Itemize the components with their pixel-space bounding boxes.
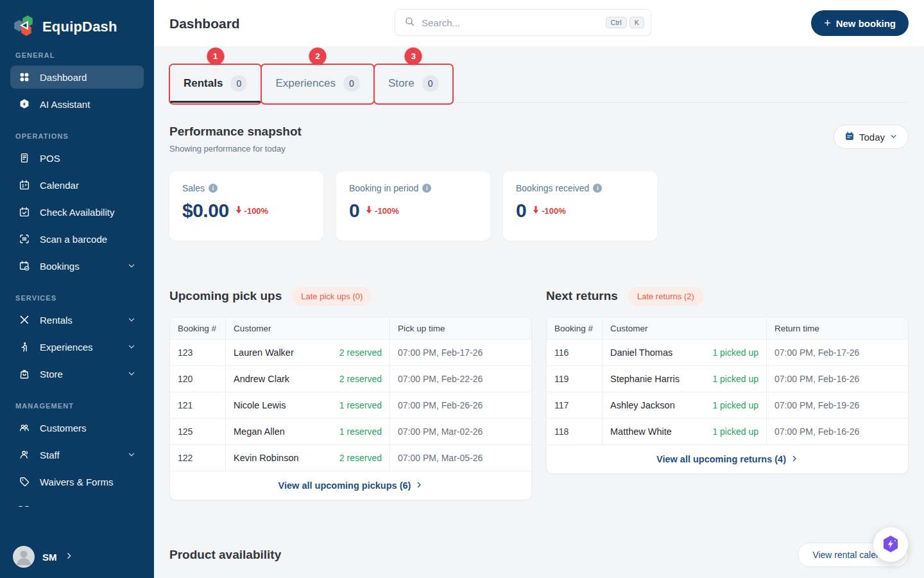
late-returns-badge[interactable]: Late returns (2): [628, 287, 703, 306]
period-selector-button[interactable]: Today: [834, 125, 909, 149]
sidebar-nav: GENERAL Dashboard AI Assistant OPERATION…: [0, 51, 154, 507]
sidebar-item-waivers-forms[interactable]: Waivers & Forms: [10, 470, 144, 493]
sidebar-item-calendar[interactable]: Calendar: [10, 173, 144, 197]
table-row[interactable]: 116 Daniel Thomas1 picked up 07:00 PM, F…: [547, 339, 908, 365]
sidebar-item-label: Customers: [40, 423, 87, 434]
tab-store[interactable]: 3 Store 0: [374, 64, 453, 102]
cell-customer: Ashley Jackson: [610, 400, 675, 410]
tag-icon: [18, 475, 31, 488]
sidebar-item-store[interactable]: Store: [10, 362, 144, 385]
sidebar-item-label: Rentals: [40, 315, 73, 326]
sidebar-item-dashboard[interactable]: Dashboard: [10, 66, 144, 89]
chevron-down-icon: [889, 132, 898, 143]
people-group-icon: [18, 421, 31, 434]
next-returns-section: Next returns Late returns (2) Booking # …: [546, 286, 909, 500]
person-icon: [18, 448, 31, 461]
brand-name: EquipDash: [42, 19, 117, 35]
tab-label: Experiences: [275, 77, 336, 90]
section-label-services: SERVICES: [10, 294, 144, 302]
sidebar-item-pos[interactable]: POS: [10, 146, 144, 170]
info-icon[interactable]: i: [422, 184, 431, 193]
calendar-icon: [18, 179, 31, 191]
cell-booking: 117: [547, 392, 602, 418]
table-row[interactable]: 125 Megan Allen1 reserved 07:00 PM, Mar-…: [170, 418, 531, 444]
late-pickups-badge[interactable]: Late pick ups (0): [292, 287, 372, 306]
search-icon: [404, 16, 415, 30]
cell-customer: Matthew White: [610, 426, 672, 437]
sidebar-item-label: Store: [40, 369, 63, 380]
table-header: Booking # Customer Return time: [547, 317, 908, 339]
ai-bolt-hexagon-icon: [880, 534, 901, 556]
arrow-down-icon: [533, 206, 539, 216]
kpi-cards: Sales i $0.00 -100% Booking in period: [169, 171, 909, 241]
pickups-title: Upcoming pick ups: [169, 289, 282, 303]
kpi-delta: -100%: [244, 206, 269, 216]
kpi-delta: -100%: [375, 206, 399, 216]
sidebar-item-scan-barcode[interactable]: Scan a barcode: [10, 227, 144, 250]
kbd-k: K: [629, 17, 644, 28]
sidebar-item-bookings[interactable]: Bookings: [10, 254, 144, 277]
tab-count-badge: 0: [230, 75, 247, 92]
sidebar-item-check-availability[interactable]: Check Availability: [10, 200, 144, 223]
cell-booking: 120: [170, 366, 225, 392]
cell-customer: Megan Allen: [234, 426, 285, 437]
sidebar-item-staff[interactable]: Staff: [10, 443, 144, 466]
sidebar-item-experiences[interactable]: Experiences: [10, 335, 144, 358]
bookings-calendar-icon: [18, 259, 31, 272]
tab-experiences[interactable]: 2 Experiences 0: [261, 64, 374, 102]
chevron-right-icon: [791, 454, 798, 464]
ai-assistant-fab[interactable]: [873, 527, 908, 562]
view-all-pickups-link[interactable]: View all upcoming pickups (6): [170, 471, 531, 500]
cell-booking: 121: [170, 392, 225, 418]
tab-rentals[interactable]: 1 Rentals 0: [169, 64, 261, 102]
pos-terminal-icon: [18, 152, 31, 164]
shopping-bag-icon: [18, 367, 31, 380]
chevron-right-icon: [415, 480, 423, 491]
sidebar-item-rentals[interactable]: Rentals: [10, 308, 144, 331]
cell-time: 07:00 PM, Mar-05-26: [389, 445, 531, 471]
table-row[interactable]: 121 Nicole Lewis1 reserved 07:00 PM, Feb…: [170, 392, 531, 418]
tab-count-badge: 0: [343, 75, 360, 92]
cell-booking: 125: [170, 419, 225, 444]
kpi-card-booking-in-period: Booking in period i 0 -100%: [336, 171, 490, 241]
arrow-down-icon: [366, 206, 372, 216]
table-row[interactable]: 117 Ashley Jackson1 picked up 07:00 PM, …: [547, 392, 908, 418]
table-row[interactable]: 119 Stephanie Harris1 picked up 07:00 PM…: [547, 365, 908, 392]
search-bar[interactable]: Ctrl K: [395, 9, 651, 36]
sidebar-item-label: POS: [40, 153, 60, 164]
returns-title: Next returns: [546, 289, 618, 303]
equipdash-logo-icon: [13, 14, 36, 40]
cell-time: 07:00 PM, Feb-17-26: [389, 340, 531, 365]
crossed-gear-icon: [18, 313, 31, 326]
status-picked-up: 1 picked up: [712, 374, 758, 384]
table-row[interactable]: 123 Lauren Walker2 reserved 07:00 PM, Fe…: [170, 339, 531, 365]
col-customer: Customer: [225, 317, 389, 339]
info-icon[interactable]: i: [593, 184, 602, 193]
sidebar-item-customers[interactable]: Customers: [10, 416, 144, 439]
arrow-down-icon: [235, 206, 242, 216]
view-all-returns-link[interactable]: View all upcoming returns (4): [547, 444, 908, 473]
table-row[interactable]: 118 Matthew White1 picked up 07:00 PM, F…: [547, 418, 908, 444]
chevron-down-icon: [127, 261, 136, 270]
clipped-nav-item: [10, 501, 144, 507]
kpi-label: Sales: [182, 183, 205, 193]
upcoming-pickups-section: Upcoming pick ups Late pick ups (0) Book…: [169, 286, 532, 500]
cell-customer: Daniel Thomas: [610, 347, 672, 358]
info-icon[interactable]: i: [209, 184, 218, 193]
annotation-mark-2: 2: [309, 48, 327, 65]
brand[interactable]: EquipDash: [0, 0, 154, 40]
status-reserved: 2 reserved: [339, 347, 382, 358]
period-label: Today: [859, 132, 885, 143]
table-row[interactable]: 120 Andrew Clark2 reserved 07:00 PM, Feb…: [170, 365, 531, 392]
sidebar-item-ai-assistant[interactable]: AI Assistant: [10, 92, 144, 116]
search-input[interactable]: [422, 17, 603, 28]
section-label-operations: OPERATIONS: [10, 132, 144, 140]
main-area: Dashboard Ctrl K + New booking 1 Rentals…: [154, 0, 924, 578]
user-initials: SM: [42, 552, 57, 563]
sidebar-item-label: Dashboard: [40, 72, 87, 83]
ai-hexagon-icon: [18, 98, 31, 110]
tab-label: Store: [388, 77, 415, 90]
table-row[interactable]: 122 Kevin Robinson2 reserved 07:00 PM, M…: [170, 444, 531, 471]
new-booking-button[interactable]: + New booking: [811, 10, 909, 36]
user-menu[interactable]: SM: [13, 546, 73, 568]
